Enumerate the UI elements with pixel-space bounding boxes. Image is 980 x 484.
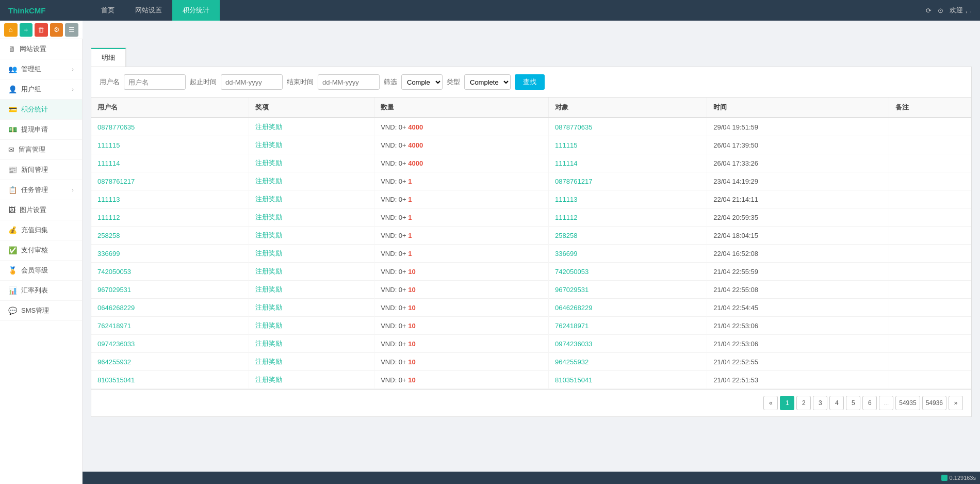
amount-value: 1 xyxy=(408,196,412,203)
username-link[interactable]: 111113 xyxy=(97,196,120,203)
award-link[interactable]: 注册奖励 xyxy=(255,213,282,221)
pagination-ellipsis: ... xyxy=(879,396,893,410)
sidebar-item-tasks[interactable]: 📋 任务管理 › xyxy=(0,180,82,200)
table-row: 742050053注册奖励VND: 0+ 1074205005321/04 22… xyxy=(91,263,971,281)
pagination-page-2[interactable]: 2 xyxy=(796,396,811,410)
username-input[interactable] xyxy=(124,74,186,90)
pagination-page-5[interactable]: 5 xyxy=(846,396,860,410)
username-link[interactable]: 762418971 xyxy=(97,322,131,330)
target-link[interactable]: 8103515041 xyxy=(555,376,592,384)
award-link[interactable]: 注册奖励 xyxy=(255,231,282,239)
target-link[interactable]: 111113 xyxy=(555,196,577,203)
pagination-page-6[interactable]: 6 xyxy=(862,396,877,410)
award-link[interactable]: 注册奖励 xyxy=(255,358,282,365)
username-link[interactable]: 964255932 xyxy=(97,358,131,366)
sidebar-label-news: 新闻管理 xyxy=(21,165,48,174)
username-link[interactable]: 0878770635 xyxy=(97,123,135,131)
username-link[interactable]: 742050053 xyxy=(97,268,131,276)
award-link[interactable]: 注册奖励 xyxy=(255,141,282,149)
nav-item-home[interactable]: 首页 xyxy=(91,0,125,21)
target-link[interactable]: 964255932 xyxy=(555,358,589,366)
username-link[interactable]: 111114 xyxy=(97,159,120,167)
target-link[interactable]: 967029531 xyxy=(555,286,589,294)
username-link[interactable]: 0646268229 xyxy=(97,304,135,312)
toolbar-plus-icon[interactable]: ＋ xyxy=(20,23,33,37)
tab-detail[interactable]: 明细 xyxy=(91,48,126,67)
sidebar-item-sms[interactable]: 💬 SMS管理 xyxy=(0,301,82,321)
search-button[interactable]: 查找 xyxy=(515,74,545,90)
cell-target: 0974236033 xyxy=(549,335,707,353)
target-link[interactable]: 258258 xyxy=(555,232,577,239)
username-link[interactable]: 967029531 xyxy=(97,286,131,294)
award-link[interactable]: 注册奖励 xyxy=(255,195,282,203)
username-link[interactable]: 8103515041 xyxy=(97,376,135,384)
end-time-input[interactable] xyxy=(318,74,380,90)
toolbar-cog-icon[interactable]: ⚙ xyxy=(50,23,63,37)
pagination-page-1[interactable]: 1 xyxy=(780,396,794,410)
username-link[interactable]: 258258 xyxy=(97,232,120,239)
username-link[interactable]: 0878761217 xyxy=(97,178,135,185)
sidebar-item-points[interactable]: 💳 积分统计 xyxy=(0,100,82,120)
award-link[interactable]: 注册奖励 xyxy=(255,321,282,329)
target-link[interactable]: 742050053 xyxy=(555,268,589,276)
target-link[interactable]: 0646268229 xyxy=(555,304,592,312)
nav-item-settings[interactable]: 网站设置 xyxy=(125,0,172,21)
pagination-page-3[interactable]: 3 xyxy=(813,396,827,410)
award-link[interactable]: 注册奖励 xyxy=(255,249,282,257)
amount-value: 10 xyxy=(408,340,415,348)
pagination-prev[interactable]: « xyxy=(763,396,778,410)
target-link[interactable]: 111112 xyxy=(555,214,577,221)
sidebar-item-admin-group[interactable]: 👥 管理组 › xyxy=(0,59,82,79)
username-link[interactable]: 111112 xyxy=(97,214,120,221)
start-time-input[interactable] xyxy=(221,74,283,90)
pagination-next[interactable]: » xyxy=(949,396,963,410)
username-link[interactable]: 0974236033 xyxy=(97,340,135,348)
sidebar-item-news[interactable]: 📰 新闻管理 xyxy=(0,160,82,180)
toolbar-trash-icon[interactable]: 🗑 xyxy=(35,23,48,37)
award-link[interactable]: 注册奖励 xyxy=(255,267,282,275)
pagination-page-4[interactable]: 4 xyxy=(829,396,844,410)
sidebar-item-image-settings[interactable]: 🖼 图片设置 xyxy=(0,200,82,220)
filter-status-select[interactable]: Comple xyxy=(401,74,443,90)
toolbar-home-icon[interactable]: ⌂ xyxy=(4,23,18,37)
target-link[interactable]: 0878761217 xyxy=(555,178,592,185)
cell-remark xyxy=(889,335,971,353)
award-link[interactable]: 注册奖励 xyxy=(255,303,282,311)
nav-item-points[interactable]: 积分统计 xyxy=(172,0,220,21)
table-row: 111115注册奖励VND: 0+ 400011111526/04 17:39:… xyxy=(91,136,971,154)
pagination-page-54935[interactable]: 54935 xyxy=(895,396,920,410)
award-link[interactable]: 注册奖励 xyxy=(255,340,282,347)
sidebar-item-member-level[interactable]: 🏅 会员等级 xyxy=(0,261,82,281)
target-link[interactable]: 336699 xyxy=(555,250,577,257)
sidebar-item-messages[interactable]: ✉ 留言管理 xyxy=(0,140,82,160)
sidebar-item-exchange-rate[interactable]: 📊 汇率列表 xyxy=(0,281,82,301)
col-target: 对象 xyxy=(549,98,707,118)
target-link[interactable]: 111115 xyxy=(555,141,577,149)
sidebar-item-payment-review[interactable]: ✅ 支付审核 xyxy=(0,240,82,261)
sidebar-item-recharge[interactable]: 💰 充值归集 xyxy=(0,220,82,240)
award-link[interactable]: 注册奖励 xyxy=(255,177,282,185)
sidebar-item-user-group[interactable]: 👤 用户组 › xyxy=(0,79,82,100)
target-link[interactable]: 111114 xyxy=(555,159,577,167)
award-link[interactable]: 注册奖励 xyxy=(255,376,282,383)
username-link[interactable]: 336699 xyxy=(97,250,120,257)
award-link[interactable]: 注册奖励 xyxy=(255,159,282,167)
user-circle-icon[interactable]: ⊙ xyxy=(938,7,943,14)
sidebar-item-withdraw[interactable]: 💵 提现申请 xyxy=(0,120,82,140)
target-link[interactable]: 762418971 xyxy=(555,322,589,330)
pagination-page-54936[interactable]: 54936 xyxy=(922,396,946,410)
table-row: 258258注册奖励VND: 0+ 125825822/04 18:04:15 xyxy=(91,227,971,245)
tab-bar: 明细 xyxy=(91,47,126,67)
toolbar-list-icon[interactable]: ☰ xyxy=(65,23,78,37)
award-link[interactable]: 注册奖励 xyxy=(255,285,282,293)
award-link[interactable]: 注册奖励 xyxy=(255,123,282,131)
filter-type-select[interactable]: Complete xyxy=(464,74,511,90)
refresh-icon[interactable]: ⟳ xyxy=(926,7,932,14)
cell-time: 21/04 22:55:59 xyxy=(707,263,889,281)
username-link[interactable]: 111115 xyxy=(97,141,120,149)
sidebar-item-website-settings[interactable]: 🖥 网站设置 xyxy=(0,39,82,59)
target-link[interactable]: 0878770635 xyxy=(555,123,592,131)
target-link[interactable]: 0974236033 xyxy=(555,340,592,348)
cell-amount: VND: 0+ 4000 xyxy=(374,136,549,154)
amount-value: 4000 xyxy=(408,159,423,167)
